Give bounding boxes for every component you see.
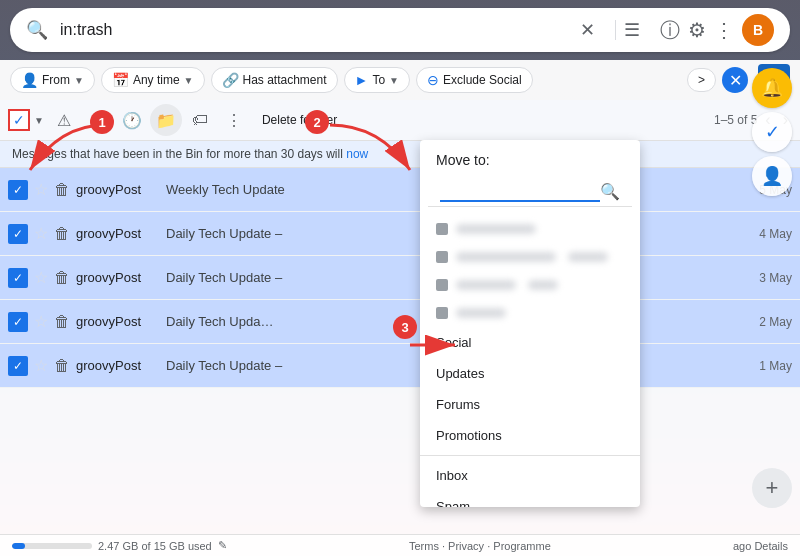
list-item[interactable] — [420, 271, 640, 299]
move-to-dropdown: Move to: 🔍 Social Updates — [420, 140, 640, 507]
table-row[interactable]: ✓ ☆ 🗑 groovyPost Daily Tech Upda… 2 May — [0, 300, 800, 344]
info-banner-link[interactable]: now — [346, 147, 368, 161]
info-banner: Messages that have been in the Bin for m… — [0, 141, 800, 168]
row-checkbox[interactable]: ✓ — [8, 312, 28, 332]
list-item-inbox[interactable]: Inbox — [420, 460, 640, 491]
label-icon[interactable]: 🏷 — [184, 104, 216, 136]
privacy-link[interactable]: Privacy — [448, 540, 484, 552]
filter-options-icon[interactable]: ☰ — [624, 19, 640, 41]
storage-info: 2.47 GB of 15 GB used ✎ — [12, 539, 227, 552]
sender-name: groovyPost — [76, 226, 166, 241]
row-checkbox[interactable]: ✓ — [8, 356, 28, 376]
delete-forever-label: Delete forever — [262, 113, 337, 127]
chip-attachment[interactable]: 🔗 Has attachment — [211, 67, 338, 93]
search-input[interactable]: in:trash — [60, 21, 580, 39]
chip-exclude-social-label: Exclude Social — [443, 73, 522, 87]
star-icon[interactable]: ☆ — [34, 356, 48, 375]
trash-icon: 🗑 — [54, 225, 70, 243]
tasks-icon-btn[interactable]: ✓ — [752, 112, 792, 152]
move-to-search-icon[interactable]: 🔍 — [600, 182, 620, 201]
list-item-promotions[interactable]: Promotions — [420, 420, 640, 451]
sender-name: groovyPost — [76, 182, 166, 197]
star-icon[interactable]: ☆ — [34, 224, 48, 243]
table-row[interactable]: ✓ ☆ 🗑 groovyPost Daily Tech Update – 1 M… — [0, 344, 800, 388]
exclude-icon: ⊖ — [427, 72, 439, 88]
star-icon[interactable]: ☆ — [34, 312, 48, 331]
list-item[interactable] — [420, 243, 640, 271]
bottom-bar: 2.47 GB of 15 GB used ✎ Terms · Privacy … — [0, 534, 800, 556]
last-activity-text: ago — [733, 540, 751, 552]
list-item-social[interactable]: Social — [420, 327, 640, 358]
promotions-label: Promotions — [436, 428, 502, 443]
toolbar-icons: ⚠ ✉ 🕐 📁 🏷 ⋮ — [48, 104, 250, 136]
attachment-icon: 🔗 — [222, 72, 239, 88]
inbox-label: Inbox — [436, 468, 468, 483]
avatar[interactable]: B — [742, 14, 774, 46]
storage-progress-bar — [12, 543, 92, 549]
chip-anytime-label: Any time — [133, 73, 180, 87]
trash-icon: 🗑 — [54, 313, 70, 331]
list-item[interactable] — [420, 299, 640, 327]
list-item[interactable] — [420, 215, 640, 243]
move-to-title: Move to: — [420, 140, 640, 176]
chevron-icon: > — [698, 73, 705, 87]
chip-from[interactable]: 👤 From ▼ — [10, 67, 95, 93]
move-to-icon[interactable]: 📁 — [150, 104, 182, 136]
move-to-search-container: 🔍 — [428, 176, 632, 207]
apps-icon[interactable]: ⋮ — [714, 18, 734, 42]
star-icon[interactable]: ☆ — [34, 268, 48, 287]
table-row[interactable]: ✓ ☆ 🗑 groovyPost Weekly Tech Update 5 Ma… — [0, 168, 800, 212]
table-row[interactable]: ✓ ☆ 🗑 groovyPost Daily Tech Update – 4 M… — [0, 212, 800, 256]
storage-text: 2.47 GB of 15 GB used — [98, 540, 212, 552]
sender-name: groovyPost — [76, 314, 166, 329]
storage-edit-icon[interactable]: ✎ — [218, 539, 227, 552]
select-all-checkbox[interactable] — [8, 109, 30, 131]
select-dropdown-arrow[interactable]: ▼ — [34, 115, 44, 126]
list-item-spam[interactable]: Spam — [420, 491, 640, 507]
calendar-icon: 📅 — [112, 72, 129, 88]
settings-icon[interactable]: ⚙ — [688, 18, 706, 42]
separator — [420, 455, 640, 456]
chevron-down-icon: ▼ — [184, 75, 194, 86]
trash-icon: 🗑 — [54, 357, 70, 375]
snooze-icon[interactable]: 🕐 — [116, 104, 148, 136]
forums-label: Forums — [436, 397, 480, 412]
toolbar: ▼ ⚠ ✉ 🕐 📁 🏷 ⋮ Delete forever 1–5 of 5 ‹ … — [0, 100, 800, 141]
chip-anytime[interactable]: 📅 Any time ▼ — [101, 67, 205, 93]
search-icon: 🔍 — [26, 19, 48, 41]
row-checkbox[interactable]: ✓ — [8, 268, 28, 288]
footer-right: ago Details — [733, 540, 788, 552]
report-icon[interactable]: ⚠ — [48, 104, 80, 136]
help-icon[interactable]: ⓘ — [660, 17, 680, 44]
chip-exclude-social[interactable]: ⊖ Exclude Social — [416, 67, 533, 93]
info-banner-text: Messages that have been in the Bin for m… — [12, 147, 343, 161]
chip-attachment-label: Has attachment — [243, 73, 327, 87]
move-to-items-list: Social Updates Forums Promotions Inbox S… — [420, 207, 640, 507]
mark-unread-icon[interactable]: ✉ — [82, 104, 114, 136]
row-checkbox[interactable]: ✓ — [8, 180, 28, 200]
programme-link[interactable]: Programme — [493, 540, 550, 552]
more-options-icon[interactable]: ⋮ — [218, 104, 250, 136]
list-item-forums[interactable]: Forums — [420, 389, 640, 420]
updates-label: Updates — [436, 366, 484, 381]
search-bar: 🔍 in:trash ✕ ☰ ⓘ ⚙ ⋮ B — [10, 8, 790, 52]
spam-label: Spam — [436, 499, 470, 507]
footer-links: Terms · Privacy · Programme — [409, 540, 551, 552]
terms-link[interactable]: Terms — [409, 540, 439, 552]
delete-forever-button[interactable]: Delete forever — [254, 109, 345, 131]
contacts-icon-btn[interactable]: 👤 — [752, 156, 792, 196]
sender-name: groovyPost — [76, 270, 166, 285]
chip-more[interactable]: > — [687, 68, 716, 92]
table-row[interactable]: ✓ ☆ 🗑 groovyPost Daily Tech Update – 3 M… — [0, 256, 800, 300]
list-item-updates[interactable]: Updates — [420, 358, 640, 389]
star-icon[interactable]: ☆ — [34, 180, 48, 199]
social-label: Social — [436, 335, 471, 350]
move-to-search-input[interactable] — [440, 180, 600, 202]
chip-to[interactable]: ► To ▼ — [344, 67, 410, 93]
details-link[interactable]: Details — [754, 540, 788, 552]
clear-search-icon[interactable]: ✕ — [580, 19, 595, 41]
trash-icon: 🗑 — [54, 269, 70, 287]
add-button[interactable]: + — [752, 468, 792, 508]
notification-icon-btn[interactable]: 🔔 — [752, 100, 792, 108]
row-checkbox[interactable]: ✓ — [8, 224, 28, 244]
